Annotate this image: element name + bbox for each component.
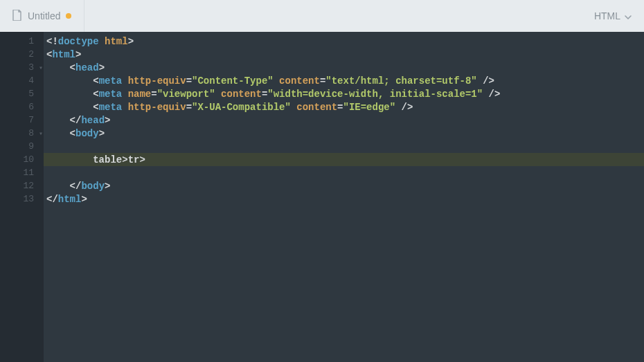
code-line[interactable]: </body> (44, 179, 644, 192)
line-number: 11 (0, 166, 44, 179)
tab-label: Untitled (28, 10, 60, 21)
code-line[interactable]: </head> (44, 114, 644, 127)
code-line[interactable]: </html> (44, 192, 644, 206)
tabs: Untitled (0, 0, 84, 32)
modified-indicator-icon (66, 13, 71, 19)
code-line[interactable]: <!doctype html> (44, 35, 644, 48)
code-area[interactable]: <!doctype html><html> <head> <meta http-… (44, 32, 644, 362)
line-number: 13 (0, 192, 44, 206)
line-number: 2 (0, 48, 44, 61)
line-number: 8▾ (0, 127, 44, 140)
fold-icon[interactable]: ▾ (39, 129, 43, 138)
titlebar-spacer (84, 0, 581, 32)
title-bar: Untitled HTML (0, 0, 644, 32)
code-line[interactable]: <head> (44, 61, 644, 74)
line-number: 9 (0, 140, 44, 153)
language-selector[interactable]: HTML (582, 0, 644, 32)
code-line[interactable] (44, 166, 644, 179)
line-number: 7 (0, 114, 44, 127)
line-number: 1 (0, 35, 44, 48)
line-number: 4 (0, 74, 44, 87)
line-number: 10 (0, 153, 44, 166)
code-line[interactable]: table>tr> (44, 153, 644, 166)
code-line[interactable]: <meta name="viewport" content="width=dev… (44, 87, 644, 100)
fold-icon[interactable]: ▾ (39, 64, 43, 72)
code-line[interactable]: <body> (44, 127, 644, 140)
editor: 123▾45678▾910111213 <!doctype html><html… (0, 32, 644, 362)
code-line[interactable] (44, 140, 644, 153)
gutter: 123▾45678▾910111213 (0, 32, 44, 362)
code-line[interactable]: <html> (44, 48, 644, 61)
file-icon (12, 10, 22, 23)
line-number: 5 (0, 87, 44, 100)
line-number: 12 (0, 179, 44, 192)
code-line[interactable]: <meta http-equiv="X-UA-Compatible" conte… (44, 100, 644, 114)
chevron-down-icon (625, 10, 632, 21)
language-label: HTML (594, 10, 620, 21)
tab-untitled[interactable]: Untitled (0, 0, 84, 32)
code-line[interactable]: <meta http-equiv="Content-Type" content=… (44, 74, 644, 87)
line-number: 6 (0, 100, 44, 114)
line-number: 3▾ (0, 61, 44, 74)
